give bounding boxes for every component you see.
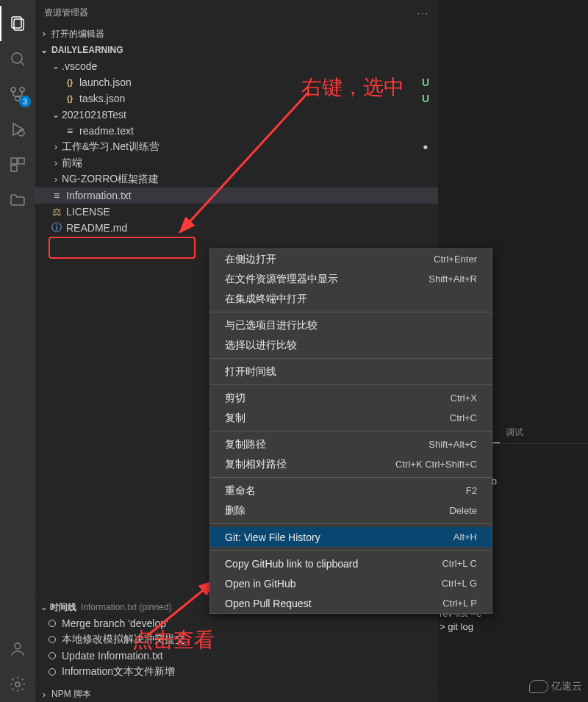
timeline-item[interactable]: 本地修改模拟解决冲突提交 — [35, 631, 438, 648]
svg-point-4 — [11, 87, 15, 92]
tree-folder[interactable]: ›前端 — [35, 155, 438, 171]
svg-rect-9 — [11, 158, 17, 164]
tree-folder[interactable]: ⌄.vscode — [35, 58, 438, 74]
context-menu-item[interactable]: 在文件资源管理器中显示Shift+Alt+R — [210, 269, 492, 289]
scm-badge: 3 — [19, 96, 31, 107]
tree-file[interactable]: {}launch.jsonU — [35, 74, 438, 90]
context-menu-item[interactable]: Open in GitHubCtrl+L G — [210, 573, 492, 593]
run-debug-icon[interactable] — [0, 112, 35, 147]
context-menu-item[interactable]: 与已选项目进行比较 — [210, 315, 492, 335]
tree-file-selected[interactable]: ≡Information.txt — [35, 187, 438, 204]
timeline-item[interactable]: Merge branch 'develop' — [35, 615, 438, 631]
open-editors-section[interactable]: ›打开的编辑器 — [35, 26, 438, 42]
context-menu: 在侧边打开Ctrl+Enter在文件资源管理器中显示Shift+Alt+R在集成… — [209, 248, 492, 614]
watermark: 亿速云 — [529, 680, 582, 693]
svg-point-2 — [12, 53, 22, 63]
tree-folder[interactable]: ›工作&学习.Net训练营• — [35, 139, 438, 155]
context-menu-item[interactable]: 选择以进行比较 — [210, 335, 492, 355]
context-menu-item[interactable]: Git: View File HistoryAlt+H — [210, 527, 492, 547]
account-icon[interactable] — [0, 631, 35, 667]
tree-folder[interactable]: ›NG-ZORRO框架搭建 — [35, 171, 438, 187]
tab-debug[interactable]: 调试 — [500, 423, 529, 443]
context-menu-item[interactable]: 复制Ctrl+C — [210, 408, 492, 428]
folder-icon[interactable] — [0, 182, 35, 218]
context-menu-item[interactable]: 剪切Ctrl+X — [210, 388, 492, 408]
source-control-icon[interactable]: 3 — [0, 76, 35, 112]
tree-file[interactable]: {}tasks.jsonU — [35, 90, 438, 107]
timeline-item[interactable]: Update Information.txt — [35, 648, 438, 664]
tree-folder[interactable]: ⌄20210218Test — [35, 107, 438, 123]
tree-file[interactable]: ⚖LICENSE — [35, 204, 438, 220]
more-actions-icon[interactable]: ··· — [417, 8, 429, 18]
svg-rect-11 — [11, 165, 17, 171]
tree-file[interactable]: ⓘREADME.md — [35, 220, 438, 236]
sidebar-header: 资源管理器 ··· — [35, 0, 438, 26]
search-icon[interactable] — [0, 41, 35, 76]
timeline-item[interactable]: Information文本文件新增 — [35, 664, 438, 680]
context-menu-item[interactable]: 删除Delete — [210, 501, 492, 520]
svg-line-3 — [21, 62, 24, 65]
settings-gear-icon[interactable] — [0, 667, 35, 702]
context-menu-item[interactable]: Open Pull RequestCtrl+L P — [210, 593, 492, 613]
context-menu-item[interactable]: 复制路径Shift+Alt+C — [210, 434, 492, 454]
file-tree: ⌄.vscode {}launch.jsonU {}tasks.jsonU ⌄2… — [35, 58, 438, 236]
activity-bar: 3 — [0, 0, 35, 702]
svg-point-12 — [15, 643, 21, 649]
extensions-icon[interactable] — [0, 147, 35, 182]
sidebar-title: 资源管理器 — [44, 7, 417, 19]
context-menu-item[interactable]: 在集成终端中打开 — [210, 289, 492, 309]
tree-file[interactable]: ≡readme.text — [35, 123, 438, 139]
explorer-icon[interactable] — [0, 6, 35, 41]
workspace-section[interactable]: ⌄DAILYLEARNING — [35, 42, 438, 58]
context-menu-item[interactable]: 重命名F2 — [210, 481, 492, 501]
npm-section[interactable]: ›NPM 脚本 — [35, 686, 438, 702]
context-menu-item[interactable]: 复制相对路径Ctrl+K Ctrl+Shift+C — [210, 454, 492, 474]
svg-point-13 — [15, 682, 20, 687]
context-menu-item[interactable]: Copy GitHub link to clipboardCtrl+L C — [210, 554, 492, 573]
context-menu-item[interactable]: 打开时间线 — [210, 362, 492, 382]
svg-rect-10 — [18, 158, 24, 164]
svg-point-5 — [20, 87, 24, 92]
context-menu-item[interactable]: 在侧边打开Ctrl+Enter — [210, 249, 492, 269]
